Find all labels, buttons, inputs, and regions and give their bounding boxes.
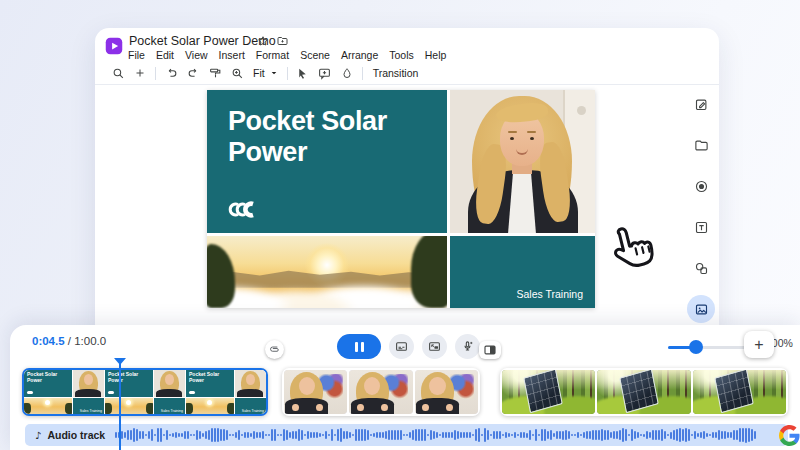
menu-item-format[interactable]: Format bbox=[256, 49, 289, 61]
pause-icon bbox=[355, 342, 358, 352]
audio-waveform bbox=[115, 424, 778, 446]
slide-webcam-video bbox=[450, 90, 595, 233]
slide-sunset-photo bbox=[207, 236, 447, 308]
search-icon[interactable] bbox=[107, 64, 129, 82]
time-separator: / bbox=[65, 335, 75, 347]
app-window: Pocket Solar Power Demo FileEditViewInse… bbox=[95, 28, 719, 340]
mic-add-icon bbox=[461, 340, 474, 353]
slide-footer-panel: Sales Training bbox=[450, 236, 595, 308]
add-comment-icon[interactable] bbox=[314, 64, 336, 82]
insert-sidebar bbox=[686, 90, 716, 364]
slide-canvas[interactable]: Pocket Solar Power bbox=[207, 90, 595, 308]
brand-logo bbox=[228, 201, 258, 218]
image-icon[interactable] bbox=[687, 295, 715, 323]
folder-icon[interactable] bbox=[687, 131, 715, 159]
menu-item-scene[interactable]: Scene bbox=[300, 49, 330, 61]
captions-button[interactable] bbox=[389, 334, 414, 359]
webcam-thumbnail bbox=[349, 370, 412, 414]
slider-knob[interactable] bbox=[689, 340, 703, 354]
menu-item-view[interactable]: View bbox=[185, 49, 208, 61]
timeline-clip-solar[interactable] bbox=[500, 368, 788, 416]
clips-row: Pocket Solar Power Sales Training Pocket… bbox=[10, 368, 800, 418]
star-icon[interactable] bbox=[257, 35, 269, 47]
music-note-icon: ♪ bbox=[35, 430, 41, 441]
playback-controls bbox=[337, 334, 480, 359]
record-icon[interactable] bbox=[687, 172, 715, 200]
pip-button[interactable] bbox=[422, 334, 447, 359]
document-title[interactable]: Pocket Solar Power Demo bbox=[129, 34, 276, 48]
fit-label: Fit bbox=[253, 67, 265, 79]
time-display: 0:04.5 / 1:00.0 bbox=[32, 335, 106, 347]
menu-item-tools[interactable]: Tools bbox=[389, 49, 414, 61]
toolbar: Fit Transition bbox=[95, 62, 719, 85]
zoom-in-icon[interactable] bbox=[226, 64, 248, 82]
clip-thumb bbox=[502, 370, 595, 414]
audio-track-label: Audio track bbox=[47, 429, 105, 441]
transition-button[interactable]: Transition bbox=[367, 67, 425, 79]
edit-square-icon[interactable] bbox=[687, 90, 715, 118]
text-box-icon[interactable] bbox=[687, 213, 715, 241]
transition-icon bbox=[484, 345, 496, 355]
background-drop-icon[interactable] bbox=[336, 64, 358, 82]
record-voiceover-button[interactable] bbox=[455, 334, 480, 359]
clip-thumb: Pocket Solar Power Sales Training bbox=[186, 370, 266, 414]
google-logo bbox=[779, 425, 800, 446]
slide-footer-text: Sales Training bbox=[516, 288, 583, 300]
playhead-line bbox=[119, 363, 121, 450]
transition-badge[interactable] bbox=[479, 341, 501, 359]
toolbar-divider bbox=[287, 67, 288, 80]
paint-format-icon[interactable] bbox=[204, 64, 226, 82]
webcam-detector bbox=[577, 106, 586, 115]
menu-item-edit[interactable]: Edit bbox=[156, 49, 174, 61]
webcam-thumbnail bbox=[415, 370, 478, 414]
timeline-clip-webcam[interactable] bbox=[282, 368, 480, 416]
solar-thumbnail bbox=[693, 370, 786, 414]
pip-icon bbox=[428, 340, 441, 353]
move-folder-icon[interactable] bbox=[276, 35, 289, 47]
toolbar-divider bbox=[155, 67, 156, 80]
paperclip-icon bbox=[267, 342, 283, 358]
toolbar-divider bbox=[362, 67, 363, 80]
fit-zoom-select[interactable]: Fit bbox=[248, 67, 283, 79]
attached-audio-badge[interactable] bbox=[265, 340, 284, 359]
window-header: Pocket Solar Power Demo FileEditViewInse… bbox=[95, 28, 719, 62]
chevron-down-icon bbox=[270, 69, 278, 77]
clip-thumb bbox=[349, 370, 412, 414]
redo-icon[interactable] bbox=[182, 64, 204, 82]
clip-thumb bbox=[415, 370, 478, 414]
solar-thumbnail bbox=[502, 370, 595, 414]
audio-track[interactable]: ♪ Audio track bbox=[25, 424, 788, 446]
total-time: 1:00.0 bbox=[74, 335, 106, 347]
timeline-panel: 0:04.5 / 1:00.0 100% Pocket So bbox=[10, 325, 800, 450]
slide-thumbnail: Pocket Solar Power Sales Training bbox=[24, 370, 104, 414]
playhead[interactable] bbox=[113, 358, 127, 450]
clip-thumb bbox=[693, 370, 786, 414]
select-cursor-icon[interactable] bbox=[292, 64, 314, 82]
menu-item-insert[interactable]: Insert bbox=[219, 49, 245, 61]
slide-title: Pocket Solar Power bbox=[228, 106, 438, 167]
add-clip-button[interactable]: + bbox=[744, 331, 774, 358]
undo-icon[interactable] bbox=[160, 64, 182, 82]
captions-icon bbox=[395, 340, 408, 353]
clip-thumb bbox=[597, 370, 690, 414]
clip-thumb bbox=[284, 370, 347, 414]
shapes-icon[interactable] bbox=[687, 254, 715, 282]
webcam-thumbnail bbox=[284, 370, 347, 414]
current-time: 0:04.5 bbox=[32, 335, 65, 347]
screen: Pocket Solar Power Demo FileEditViewInse… bbox=[0, 0, 800, 450]
vids-logo-icon bbox=[105, 37, 123, 55]
clip-thumb: Pocket Solar Power Sales Training bbox=[24, 370, 104, 414]
menu-bar: FileEditViewInsertFormatSceneArrangeTool… bbox=[128, 49, 446, 61]
menu-item-file[interactable]: File bbox=[128, 49, 145, 61]
slide-thumbnail: Pocket Solar Power Sales Training bbox=[186, 370, 266, 414]
insert-plus-icon[interactable] bbox=[129, 64, 151, 82]
timeline-clip-slide[interactable]: Pocket Solar Power Sales Training Pocket… bbox=[22, 368, 268, 416]
menu-item-help[interactable]: Help bbox=[425, 49, 447, 61]
slide-title-panel: Pocket Solar Power bbox=[207, 90, 447, 233]
solar-thumbnail bbox=[597, 370, 690, 414]
menu-item-arrange[interactable]: Arrange bbox=[341, 49, 378, 61]
pause-button[interactable] bbox=[337, 334, 381, 359]
